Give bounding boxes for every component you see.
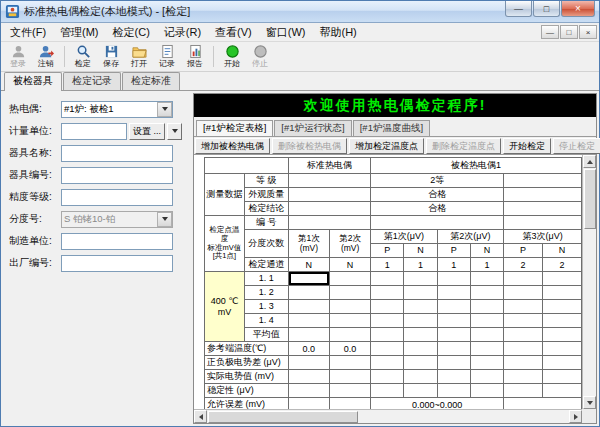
table-cell[interactable] [437,384,470,398]
channel-value[interactable]: 2 [504,258,543,272]
measurement-cell[interactable] [404,286,437,300]
grade-value[interactable]: 2等 [371,174,504,188]
start-button[interactable]: 开始 [218,43,246,70]
measurement-cell[interactable] [288,314,329,328]
save-button[interactable]: 保存 [97,43,125,70]
table-cell[interactable] [504,342,543,356]
measurement-cell[interactable] [329,272,370,286]
menu-verify[interactable]: 检定(C) [106,23,157,42]
vertical-scroll-thumb[interactable] [584,169,596,229]
menu-manage[interactable]: 管理(M) [53,23,106,42]
measurement-cell[interactable] [504,272,543,286]
table-cell[interactable] [504,188,582,202]
menu-file[interactable]: 文件(F) [3,23,53,42]
unit-settings-button[interactable]: 设置 ... [129,123,165,140]
measurement-cell[interactable] [329,286,370,300]
table-cell[interactable] [504,398,582,410]
stop-verification-button[interactable]: 停止检定 [553,138,600,154]
table-cell[interactable] [371,370,404,384]
menu-help[interactable]: 帮助(H) [313,23,364,42]
record-button[interactable]: 记录 [153,43,181,70]
measurement-cell[interactable] [437,300,470,314]
accuracy-grade-input[interactable] [61,189,173,206]
measurement-cell[interactable] [404,314,437,328]
conclusion-value[interactable]: 合格 [371,202,504,216]
logout-button[interactable]: 注销 [32,43,60,70]
table-cell[interactable] [371,356,404,370]
table-cell[interactable] [543,384,582,398]
tab-furnace1-curve[interactable]: [#1炉温度曲线] [353,120,430,136]
table-cell[interactable] [504,174,582,188]
appearance-value[interactable]: 合格 [371,188,504,202]
measurement-cell[interactable] [504,328,543,342]
tab-furnace1-table[interactable]: [#1炉检定表格] [196,120,273,136]
table-cell[interactable] [504,202,582,216]
table-cell[interactable] [329,398,370,410]
table-cell[interactable] [470,356,503,370]
table-cell[interactable] [504,384,543,398]
channel-value[interactable]: N [329,258,370,272]
menu-window[interactable]: 窗口(W) [259,23,313,42]
instrument-name-input[interactable] [61,145,173,162]
table-cell[interactable] [504,370,543,384]
table-cell[interactable] [404,384,437,398]
table-cell[interactable] [288,384,329,398]
measurement-cell[interactable] [437,272,470,286]
measurement-cell[interactable] [329,328,370,342]
reference-temp-value[interactable]: 0.0 [288,342,329,356]
measurement-cell[interactable] [437,328,470,342]
table-cell[interactable] [288,398,329,410]
table-cell[interactable] [437,342,470,356]
table-cell[interactable] [371,384,404,398]
table-cell[interactable] [543,356,582,370]
manufacturer-input[interactable] [61,233,173,250]
tab-furnace1-status[interactable]: [#1炉运行状态] [274,120,351,136]
table-cell[interactable] [288,188,370,202]
measurement-cell[interactable] [504,286,543,300]
measurement-cell[interactable] [288,286,329,300]
horizontal-scroll-thumb[interactable] [208,411,358,423]
table-cell[interactable] [329,370,370,384]
measurement-cell[interactable] [404,328,437,342]
measurement-cell[interactable] [288,328,329,342]
window-minimize-button[interactable]: — [505,1,532,17]
window-close-button[interactable]: × [561,1,595,17]
verify-button[interactable]: 检定 [69,43,97,70]
measurement-cell[interactable] [371,328,404,342]
report-button[interactable]: 报告 [181,43,209,70]
measurement-cell-selected[interactable] [288,272,329,286]
channel-value[interactable]: N [288,258,329,272]
table-cell[interactable] [371,216,504,230]
measurement-cell[interactable] [329,300,370,314]
allowed-error-range[interactable]: 0.000~0.000 [371,398,504,410]
login-button[interactable]: 登录 [4,43,32,70]
window-maximize-button[interactable]: □ [533,1,560,17]
scroll-up-button[interactable] [583,155,596,168]
stop-button[interactable]: 停止 [246,43,274,70]
mdi-close-button[interactable]: × [579,25,597,39]
table-cell[interactable] [470,342,503,356]
measurement-cell[interactable] [543,314,582,328]
start-verification-button[interactable]: 开始检定 [503,138,551,154]
delete-tested-thermocouple-button[interactable]: 删除被检热电偶 [272,138,347,154]
table-cell[interactable] [504,216,582,230]
tab-verification-standard[interactable]: 检定标准 [122,72,180,90]
table-cell[interactable] [404,370,437,384]
menu-view[interactable]: 查看(V) [208,23,259,42]
menu-record[interactable]: 记录(R) [157,23,208,42]
instrument-number-input[interactable] [61,167,173,184]
table-cell[interactable] [470,384,503,398]
measurement-cell[interactable] [329,314,370,328]
table-cell[interactable] [288,370,329,384]
measurement-cell[interactable] [371,286,404,300]
channel-value[interactable]: 1 [371,258,404,272]
unit-dropdown-button[interactable] [167,123,182,140]
scroll-down-button[interactable] [583,396,596,409]
mdi-restore-button[interactable]: □ [560,25,578,39]
measurement-cell[interactable] [543,286,582,300]
table-cell[interactable] [371,342,404,356]
table-cell[interactable] [504,356,543,370]
measurement-cell[interactable] [470,300,503,314]
channel-value[interactable]: 2 [543,258,582,272]
measurement-cell[interactable] [470,314,503,328]
